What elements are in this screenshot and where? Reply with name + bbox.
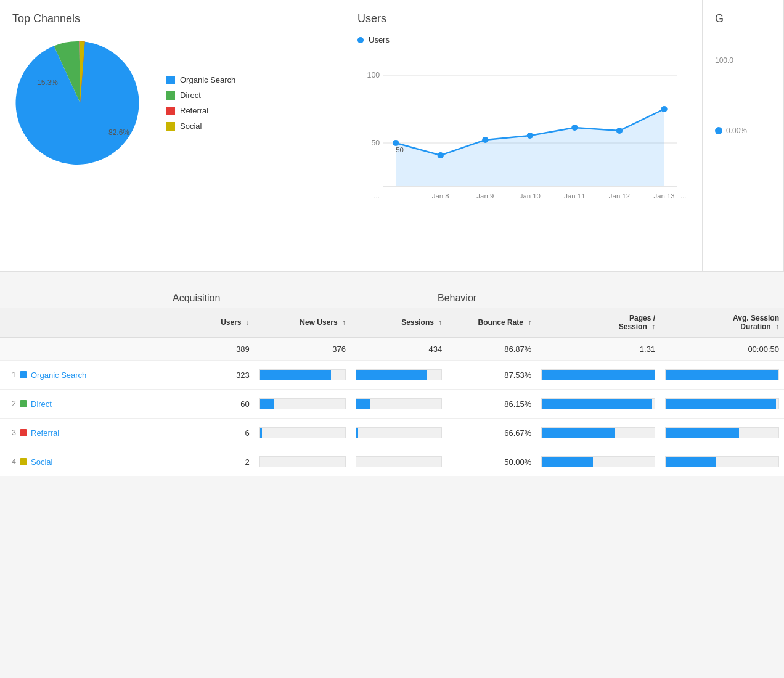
legend-referral: Referral bbox=[166, 106, 235, 115]
avg-bar-fill-3 bbox=[666, 457, 716, 467]
col-pages-session[interactable]: Pages /Session ↑ bbox=[536, 308, 660, 338]
svg-text:Jan 11: Jan 11 bbox=[564, 192, 585, 200]
pages-bar-wrapper-2 bbox=[541, 427, 655, 438]
users-dot bbox=[357, 37, 364, 43]
svg-text:Jan 12: Jan 12 bbox=[609, 192, 630, 200]
row-new-users-bar-0 bbox=[255, 361, 351, 390]
svg-text:Jan 13: Jan 13 bbox=[653, 192, 674, 200]
sessions-bar-wrapper-3 bbox=[356, 456, 442, 467]
channel-color-3 bbox=[20, 458, 27, 465]
total-avg-session: 00:00:50 bbox=[660, 338, 784, 361]
row-users-2: 6 bbox=[179, 419, 255, 447]
svg-text:...: ... bbox=[680, 192, 686, 200]
total-row: 389 376 434 86.87% 1.31 00:00:50 bbox=[0, 338, 784, 361]
svg-text:50: 50 bbox=[371, 139, 380, 147]
row-channel-cell: 4 Social bbox=[0, 447, 179, 476]
data-point-4 bbox=[571, 125, 578, 131]
table-row: 3 Referral 6 66.67% bbox=[0, 419, 784, 447]
data-point-0 bbox=[393, 140, 399, 146]
area-fill bbox=[396, 109, 664, 186]
data-point-6 bbox=[661, 106, 667, 112]
legend-color-organic bbox=[166, 76, 175, 84]
total-label bbox=[0, 338, 179, 361]
pie-svg bbox=[12, 35, 148, 171]
new-users-bar-wrapper-3 bbox=[259, 456, 346, 467]
legend-label-direct: Direct bbox=[180, 91, 201, 100]
third-chart-area: 0.00% bbox=[715, 126, 771, 135]
channel-name-0: Organic Search bbox=[31, 370, 86, 380]
new-users-bar-fill-2 bbox=[260, 428, 262, 438]
channel-link-3[interactable]: Social bbox=[20, 457, 52, 467]
users-panel: Users Users 100 50 bbox=[345, 0, 703, 271]
third-value-top: 100.0 bbox=[715, 56, 771, 65]
line-chart-svg: 100 50 50 ... Jan 8 Jan 9 bbox=[357, 51, 690, 211]
row-avg-bar-2 bbox=[660, 419, 784, 447]
bounce-sort-icon: ↑ bbox=[528, 318, 531, 327]
col-bounce-rate[interactable]: Bounce Rate ↑ bbox=[447, 308, 536, 338]
table-row: 4 Social 2 50.00% bbox=[0, 447, 784, 476]
behavior-header: Behavior bbox=[438, 293, 784, 304]
third-dot bbox=[715, 127, 722, 134]
top-channels-title: Top Channels bbox=[12, 12, 332, 25]
third-value-bottom: 0.00% bbox=[726, 126, 747, 135]
pie-area: 82.6% 15.3% Organic Search Direct Referr… bbox=[12, 35, 332, 171]
new-users-sort-icon: ↑ bbox=[342, 318, 346, 327]
users-line-chart: 100 50 50 ... Jan 8 Jan 9 bbox=[357, 51, 690, 211]
users-title: Users bbox=[357, 12, 690, 25]
table-header-row: Users ↓ New Users ↑ Sessions ↑ Bounce Ra… bbox=[0, 308, 784, 338]
channel-link-0[interactable]: Organic Search bbox=[20, 370, 86, 380]
avg-bar-fill-2 bbox=[666, 428, 739, 438]
row-users-0: 323 bbox=[179, 361, 255, 390]
row-new-users-bar-1 bbox=[255, 390, 351, 419]
new-users-bar-fill-1 bbox=[260, 399, 274, 409]
legend-label-referral: Referral bbox=[180, 106, 208, 115]
row-bounce-rate-2: 66.67% bbox=[447, 419, 536, 447]
total-sessions: 434 bbox=[351, 338, 447, 361]
pages-sort-icon: ↑ bbox=[651, 322, 655, 331]
row-avg-bar-3 bbox=[660, 447, 784, 476]
pie-label-direct: 15.3% bbox=[37, 78, 58, 87]
channel-link-2[interactable]: Referral bbox=[20, 428, 59, 438]
col-channel bbox=[0, 308, 179, 338]
row-avg-bar-1 bbox=[660, 390, 784, 419]
col-sessions[interactable]: Sessions ↑ bbox=[351, 308, 447, 338]
col-new-users[interactable]: New Users ↑ bbox=[255, 308, 351, 338]
total-new-users: 376 bbox=[255, 338, 351, 361]
row-sessions-bar-0 bbox=[351, 361, 447, 390]
svg-text:Jan 10: Jan 10 bbox=[520, 192, 541, 200]
col-users[interactable]: Users ↓ bbox=[179, 308, 255, 338]
row-sessions-bar-2 bbox=[351, 419, 447, 447]
pages-bar-wrapper-3 bbox=[541, 456, 655, 467]
channel-link-1[interactable]: Direct bbox=[20, 399, 52, 409]
total-bounce-rate: 86.87% bbox=[447, 338, 536, 361]
row-num: 1 bbox=[5, 370, 16, 379]
sessions-bar-fill-0 bbox=[356, 370, 427, 380]
avg-bar-wrapper-3 bbox=[665, 456, 779, 467]
new-users-bar-fill-0 bbox=[260, 370, 331, 380]
data-point-1 bbox=[438, 152, 444, 158]
third-panel: G 100.0 0.00% bbox=[703, 0, 784, 271]
bottom-section: Acquisition Behavior Users ↓ New Users ↑ bbox=[0, 272, 784, 489]
sessions-bar-wrapper-0 bbox=[356, 369, 442, 380]
sessions-bar-wrapper-2 bbox=[356, 427, 442, 438]
legend-social: Social bbox=[166, 121, 235, 131]
pie-label-organic: 82.6% bbox=[108, 128, 129, 137]
col-avg-session[interactable]: Avg. SessionDuration ↑ bbox=[660, 308, 784, 338]
data-point-2 bbox=[482, 137, 488, 143]
row-num: 4 bbox=[5, 457, 16, 466]
sessions-bar-fill-1 bbox=[356, 399, 370, 409]
sessions-sort-icon: ↑ bbox=[438, 318, 442, 327]
channel-color-2 bbox=[20, 429, 27, 436]
row-pages-bar-2 bbox=[536, 419, 660, 447]
pages-bar-fill-3 bbox=[542, 457, 592, 467]
legend-color-social bbox=[166, 122, 175, 131]
row-users-1: 60 bbox=[179, 390, 255, 419]
avg-bar-fill-1 bbox=[666, 399, 776, 409]
total-users: 389 bbox=[179, 338, 255, 361]
acquisition-header: Acquisition bbox=[173, 293, 438, 304]
top-channels-panel: Top Channels 82.6% 15.3% bbox=[0, 0, 345, 271]
row-sessions-bar-3 bbox=[351, 447, 447, 476]
row-pages-bar-0 bbox=[536, 361, 660, 390]
total-pages-session: 1.31 bbox=[536, 338, 660, 361]
svg-text:100: 100 bbox=[367, 71, 380, 80]
